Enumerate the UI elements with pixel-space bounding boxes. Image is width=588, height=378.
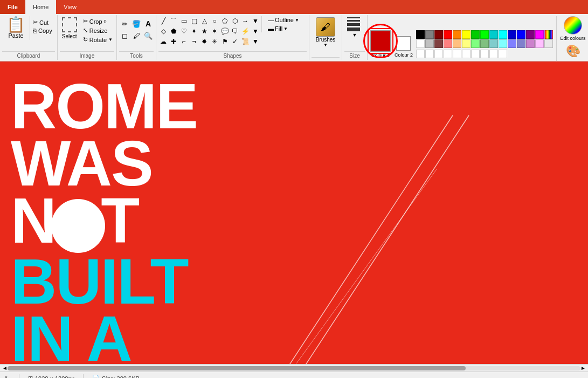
shape-pentagon2[interactable]: ⬟ — [169, 26, 178, 36]
swatch-empty9[interactable] — [489, 50, 498, 58]
shape-scroll2[interactable]: 📜 — [240, 37, 250, 46]
swatch-lavender[interactable] — [526, 39, 535, 48]
tab-home[interactable]: Home — [25, 0, 56, 14]
swatch-pink[interactable] — [444, 39, 452, 48]
shape-arrow-right[interactable]: → — [240, 16, 250, 26]
swatch-green[interactable] — [471, 30, 480, 39]
swatch-maroon[interactable] — [434, 30, 443, 39]
shape-callout2[interactable]: 🗨 — [230, 26, 240, 36]
shape-cloud[interactable]: ☁ — [158, 37, 168, 46]
swatch-empty2[interactable] — [425, 50, 434, 58]
shape-rounded-rect[interactable]: ▢ — [189, 16, 199, 26]
swatch-orange[interactable] — [453, 30, 461, 39]
shape-down[interactable]: ▼ — [251, 37, 260, 46]
swatch-silver[interactable] — [425, 39, 434, 48]
swatch-empty4[interactable] — [444, 50, 452, 58]
swatch-lightteal[interactable] — [489, 39, 498, 48]
pencil-tool[interactable]: ✏ — [119, 18, 130, 29]
colour1-swatch[interactable] — [370, 30, 391, 52]
shape-star8[interactable]: ✸ — [199, 37, 209, 46]
colour2-preview[interactable] — [396, 36, 411, 51]
swatch-brown[interactable] — [434, 39, 443, 48]
paste-button[interactable]: 📋 Paste — [2, 16, 30, 40]
swatch-darkblue[interactable] — [508, 30, 516, 39]
rotate-button[interactable]: ↻ Rotate ▼ — [81, 36, 114, 44]
tab-view[interactable]: View — [56, 0, 84, 14]
crop-button[interactable]: ✂ Crop 0 — [81, 17, 114, 25]
swatch-gray[interactable] — [425, 30, 434, 39]
text-tool[interactable]: A — [143, 18, 154, 29]
shape-diamond[interactable]: ◇ — [158, 26, 168, 36]
shape-bracket[interactable]: ⌐ — [179, 37, 189, 46]
outline-button[interactable]: — Outline ▼ — [266, 16, 301, 24]
swatch-empty10[interactable] — [499, 50, 507, 58]
canvas-area[interactable]: ROME WAS NT BUILT IN A — [0, 61, 588, 364]
scrollbar-area[interactable]: ◄ ► — [0, 364, 588, 372]
shape-explosion[interactable]: ✳ — [210, 37, 219, 46]
swatch-empty6[interactable] — [462, 50, 471, 58]
size-button[interactable]: ▼ — [344, 16, 365, 39]
brushes-button[interactable]: 🖌 Brushes ▼ — [312, 16, 340, 49]
shape-check[interactable]: ✓ — [230, 37, 240, 46]
swatch-periwinkle[interactable] — [508, 39, 516, 48]
scroll-left-button[interactable]: ◄ — [2, 365, 8, 371]
swatch-empty5[interactable] — [453, 50, 461, 58]
eraser-tool[interactable]: ◻ — [119, 30, 130, 41]
swatch-empty8[interactable] — [480, 50, 489, 58]
swatch-red[interactable] — [444, 30, 452, 39]
cut-button[interactable]: ✂ Cut — [31, 18, 54, 26]
edit-colours-button[interactable]: Edit colours — [560, 16, 586, 41]
swatch-lightgray[interactable] — [544, 39, 553, 48]
swatch-peach[interactable] — [453, 39, 461, 48]
select-button[interactable]: Select — [60, 16, 79, 39]
scroll-right-button[interactable]: ► — [580, 365, 586, 371]
swatch-lightyellow[interactable] — [462, 39, 471, 48]
shape-star5[interactable]: ★ — [199, 26, 209, 36]
shape-triangle[interactable]: △ — [199, 16, 209, 26]
swatch-lightcyan[interactable] — [499, 39, 507, 48]
swatch-lightpink[interactable] — [535, 39, 544, 48]
scrollbar-track[interactable] — [8, 366, 580, 370]
fill-tool[interactable]: 🪣 — [131, 18, 142, 29]
tab-file[interactable]: File — [0, 0, 25, 14]
swatch-teal[interactable] — [489, 30, 498, 39]
shape-bracket2[interactable]: ¬ — [189, 37, 199, 46]
shape-hex[interactable]: ⬡ — [230, 16, 240, 26]
swatch-purple[interactable] — [526, 30, 535, 39]
swatch-lightgreen[interactable] — [471, 39, 480, 48]
resize-button[interactable]: ⤡ Resize — [81, 26, 114, 35]
scrollbar-thumb[interactable] — [8, 366, 466, 370]
swatch-empty1[interactable] — [416, 50, 425, 58]
shape-pentagon[interactable]: ⬠ — [220, 16, 230, 26]
copy-button[interactable]: ⎘ Copy — [31, 27, 54, 35]
shape-curve[interactable]: ⌒ — [169, 16, 178, 26]
shape-more[interactable]: ▼ — [251, 26, 260, 36]
shape-ellipse[interactable]: ○ — [210, 16, 219, 26]
shape-cross[interactable]: ✚ — [169, 37, 178, 46]
shape-line[interactable]: ╱ — [158, 16, 168, 26]
swatch-blue[interactable] — [517, 30, 525, 39]
shape-lightning[interactable]: ⚡ — [240, 26, 250, 36]
magnify-tool[interactable]: 🔍 — [143, 30, 154, 41]
shape-flag[interactable]: ⚑ — [220, 37, 230, 46]
colorpick-tool[interactable]: 🖊 — [131, 30, 142, 41]
swatch-white[interactable] — [416, 39, 425, 48]
swatch-empty7[interactable] — [471, 50, 480, 58]
swatch-lightpurple[interactable] — [517, 39, 525, 48]
colour1-preview[interactable] — [370, 30, 391, 52]
swatch-lime[interactable] — [480, 30, 489, 39]
shape-star4[interactable]: ✦ — [189, 26, 199, 36]
swatch-yellow[interactable] — [462, 30, 471, 39]
fill-button[interactable]: ▬ Fill ▼ — [266, 25, 301, 32]
swatch-cyan[interactable] — [499, 30, 507, 39]
swatch-mossgreen[interactable] — [480, 39, 489, 48]
shape-heart[interactable]: ♡ — [179, 26, 189, 36]
swatch-empty3[interactable] — [434, 50, 443, 58]
swatch-rainbow[interactable] — [544, 30, 553, 39]
shape-scroll[interactable]: ▼ — [251, 16, 260, 26]
swatch-black[interactable] — [416, 30, 425, 39]
shape-callout[interactable]: 💬 — [220, 26, 230, 36]
status-resize-icon[interactable]: ⤡ — [4, 374, 10, 378]
shape-star6[interactable]: ✶ — [210, 26, 219, 36]
shape-rect[interactable]: ▭ — [179, 16, 189, 26]
